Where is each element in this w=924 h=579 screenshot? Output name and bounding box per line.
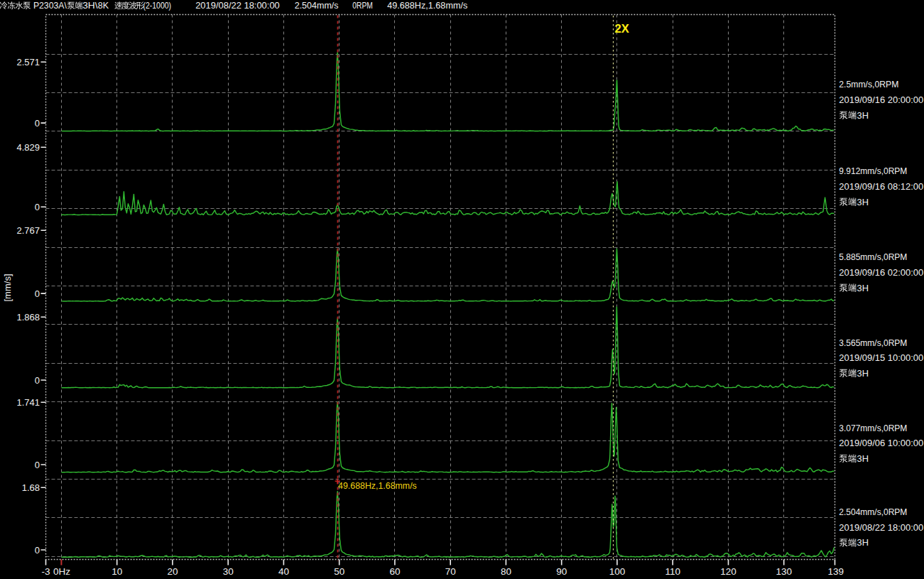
svg-text:2.504mm/s: 2.504mm/s [295,1,339,11]
svg-text:9.912mm/s,0RPM: 9.912mm/s,0RPM [839,166,907,176]
svg-text:0: 0 [35,288,40,299]
svg-text:0: 0 [35,545,40,556]
svg-text:20: 20 [167,566,178,577]
svg-text:0RPM: 0RPM [352,1,373,11]
svg-text:8K: 8K [98,1,109,11]
svg-text:70: 70 [445,566,456,577]
svg-text:1.68: 1.68 [22,482,40,493]
svg-text:2019/09/16 08:12:00: 2019/09/16 08:12:00 [839,181,923,192]
svg-text:3H: 3H [857,110,869,121]
svg-text:50: 50 [334,566,344,577]
svg-text:4.829: 4.829 [16,142,40,153]
svg-text:49.688Hz,1.68mm/s: 49.688Hz,1.68mm/s [387,1,467,11]
svg-text:49.688Hz,1.68mm/s: 49.688Hz,1.68mm/s [338,480,417,491]
svg-text:2.767: 2.767 [16,225,40,236]
svg-text:3H\: 3H\ [82,1,98,11]
svg-text:(2-1000): (2-1000) [143,1,171,11]
svg-text:1.868: 1.868 [16,312,40,323]
svg-text:100: 100 [609,566,626,577]
svg-text:130: 130 [776,566,792,577]
svg-text:0: 0 [35,375,40,386]
svg-text:5.885mm/s,0RPM: 5.885mm/s,0RPM [839,251,907,262]
svg-text:3H: 3H [857,453,869,464]
svg-text:0: 0 [35,202,40,212]
svg-text:[mm/s]: [mm/s] [2,274,13,302]
svg-text:40: 40 [278,566,289,577]
svg-text:0: 0 [35,118,40,129]
svg-text:1.741: 1.741 [16,397,40,408]
svg-text:110: 110 [665,566,680,577]
svg-text:120: 120 [720,566,737,577]
svg-text:30: 30 [223,566,234,577]
svg-text:3.077mm/s,0RPM: 3.077mm/s,0RPM [839,423,907,433]
svg-text:0: 0 [35,460,40,470]
svg-text:3.565mm/s,0RPM: 3.565mm/s,0RPM [839,337,907,348]
svg-text:3H: 3H [857,283,869,293]
svg-text:2019/09/06 10:00:00: 2019/09/06 10:00:00 [839,438,923,448]
svg-text:-3: -3 [41,566,50,577]
svg-text:2X: 2X [615,22,629,35]
svg-text:2019/08/22 18:00:00: 2019/08/22 18:00:00 [195,1,280,11]
svg-text:2019/09/16 20:00:00: 2019/09/16 20:00:00 [839,94,923,105]
svg-text:3H: 3H [857,537,869,548]
svg-text:90: 90 [556,566,567,577]
svg-text:80: 80 [501,566,511,577]
svg-text:2.5mm/s,0RPM: 2.5mm/s,0RPM [839,79,898,90]
svg-text:3H: 3H [857,368,869,379]
svg-text:60: 60 [389,566,400,577]
svg-text:P2303A\: P2303A\ [33,1,67,11]
svg-text:139: 139 [828,566,844,577]
svg-text:10: 10 [112,566,122,577]
svg-text:2019/08/22 18:00:00: 2019/08/22 18:00:00 [839,522,923,533]
svg-text:2019/09/15 10:00:00: 2019/09/15 10:00:00 [839,352,923,363]
svg-text:2.504mm/s,0RPM: 2.504mm/s,0RPM [839,507,907,517]
svg-text:2019/09/16 02:00:00: 2019/09/16 02:00:00 [839,267,923,278]
svg-text:3H: 3H [857,197,869,207]
svg-text:2.571: 2.571 [16,57,40,67]
svg-text:0Hz: 0Hz [53,566,70,577]
